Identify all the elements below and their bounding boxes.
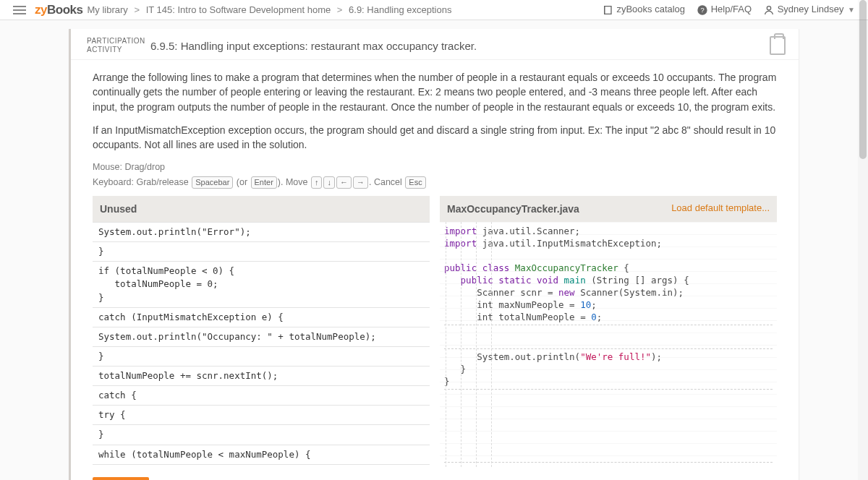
unused-code-line[interactable]: totalNumPeople += scnr.nextInt();: [93, 367, 430, 386]
crumb-course[interactable]: IT 145: Intro to Software Development ho…: [146, 4, 331, 15]
key-down: ↓: [323, 176, 335, 189]
prompt-paragraph-1: Arrange the following lines to make a pr…: [93, 70, 777, 114]
svg-point-2: [767, 6, 770, 9]
drop-slot[interactable]: [444, 325, 773, 349]
svg-text:?: ?: [700, 7, 704, 14]
activity-card: Participation Activity 6.9.5: Handling i…: [69, 29, 799, 480]
code-editor[interactable]: import java.util.Scanner; import java.ut…: [440, 222, 777, 467]
menu-icon[interactable]: [13, 4, 26, 17]
unused-code-line[interactable]: }: [93, 425, 430, 445]
key-right: →: [353, 176, 368, 189]
help-link[interactable]: ? Help/FAQ: [697, 4, 752, 16]
unused-pane: Unused System.out.println("Error");}if (…: [93, 196, 430, 467]
activity-title: 6.9.5: Handling input exceptions: restau…: [150, 40, 477, 52]
unused-code-line[interactable]: System.out.println("Occupancy: " + total…: [93, 327, 430, 347]
load-template-link[interactable]: Load default template...: [671, 202, 770, 215]
unused-code-line[interactable]: catch (InputMismatchException e) {: [93, 308, 430, 327]
key-esc: Esc: [405, 176, 425, 189]
brand-logo[interactable]: zyBooks: [35, 3, 82, 17]
mouse-hint: Mouse: Drag/drop: [93, 160, 777, 173]
unused-header: Unused: [93, 196, 430, 222]
catalog-link[interactable]: zyBooks catalog: [603, 4, 685, 16]
key-spacebar: Spacebar: [192, 176, 233, 189]
keyboard-hint: Keyboard: Grab/release Spacebar (or Ente…: [93, 176, 777, 189]
crumb-section[interactable]: 6.9: Handling exceptions: [349, 4, 451, 15]
chevron-down-icon: ▼: [848, 6, 855, 14]
unused-code-line[interactable]: catch {: [93, 386, 430, 406]
help-icon: ?: [697, 4, 708, 16]
drop-slot[interactable]: [444, 389, 773, 463]
top-bar: zyBooks My library > IT 145: Intro to So…: [0, 0, 868, 20]
check-button[interactable]: Check: [93, 477, 149, 480]
unused-code-line[interactable]: System.out.println("Error");: [93, 223, 430, 242]
key-left: ←: [336, 176, 352, 189]
book-icon: [603, 4, 614, 16]
crumb-my-library[interactable]: My library: [87, 4, 127, 15]
unused-code-line[interactable]: if (totalNumPeople < 0) { totalNumPeople…: [93, 262, 430, 307]
breadcrumb: My library > IT 145: Intro to Software D…: [87, 4, 451, 15]
activity-tag: Participation Activity: [87, 37, 150, 54]
editor-pane: MaxOccupancyTracker.java Load default te…: [440, 196, 777, 467]
bookmark-icon[interactable]: [770, 36, 786, 55]
prompt-paragraph-2: If an InputMismatchException exception o…: [93, 123, 777, 153]
unused-code-line[interactable]: }: [93, 347, 430, 367]
unused-code-line[interactable]: }: [93, 242, 430, 262]
key-up: ↑: [311, 176, 323, 189]
editor-header: MaxOccupancyTracker.java Load default te…: [440, 196, 777, 222]
unused-code-line[interactable]: try {: [93, 406, 430, 425]
user-icon: [763, 4, 775, 16]
key-enter: Enter: [251, 176, 277, 189]
user-menu[interactable]: Sydney Lindsey ▼: [763, 4, 855, 16]
vertical-scrollbar[interactable]: [858, 0, 868, 480]
unused-code-line[interactable]: while (totalNumPeople < maxNumPeople) {: [93, 445, 430, 465]
